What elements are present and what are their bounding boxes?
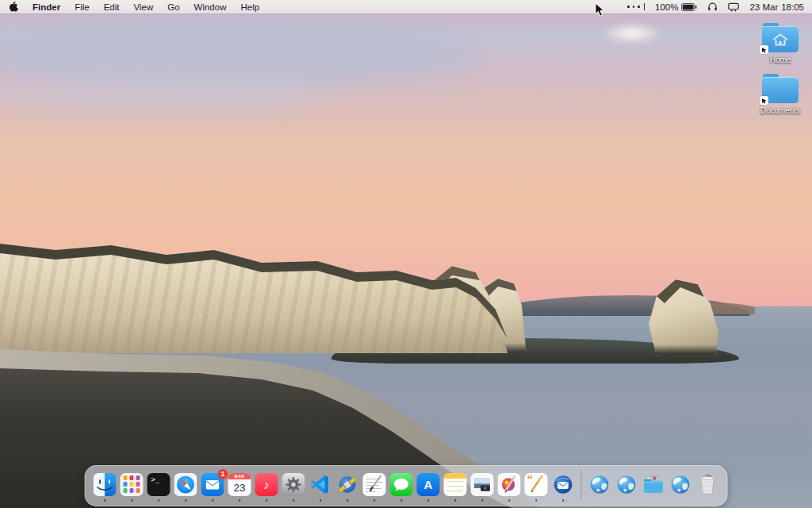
gear-icon (282, 473, 305, 496)
dock-item-writer-app[interactable]: “ (525, 473, 548, 496)
apple-menu-icon[interactable] (9, 1, 18, 13)
dock-item-mail[interactable]: 1 (201, 473, 224, 496)
finder-icon (94, 473, 117, 496)
dock-item-finder[interactable] (94, 473, 117, 496)
writer-quote-icon: “ (525, 473, 548, 496)
globe-icon (588, 473, 611, 496)
battery-icon (681, 3, 697, 11)
desktop-icon-label: Home (770, 56, 791, 64)
running-indicator (104, 499, 106, 502)
textedit-icon (363, 473, 386, 496)
desktop-icon-documents[interactable]: Documents (750, 73, 810, 115)
dock-item-textedit[interactable] (363, 473, 386, 496)
desktop-icon-label: Documents (760, 106, 801, 115)
launchpad-icon (121, 473, 144, 496)
running-indicator (427, 499, 430, 502)
battery-status[interactable]: 100% (655, 2, 697, 12)
dock-item-calendar[interactable]: MAR 23 (228, 473, 251, 496)
folder-icon (762, 26, 799, 52)
dock-item-vscode[interactable] (309, 473, 332, 496)
dock-divider (581, 470, 582, 498)
satellite-icon (336, 473, 359, 496)
dock-item-messages[interactable] (390, 473, 413, 496)
dock-item-system-preferences[interactable] (282, 473, 305, 496)
input-indicator-icon[interactable] (627, 3, 645, 10)
music-note-glyph: ♪ (263, 478, 270, 491)
dock-item-safari[interactable] (174, 473, 197, 496)
menu-item-help[interactable]: Help (240, 2, 259, 12)
vscode-icon (309, 473, 332, 496)
time-label: 18:05 (781, 2, 804, 12)
thunderbird-icon (552, 473, 575, 496)
menu-item-finder[interactable]: Finder (33, 2, 60, 12)
dock-item-web-link-3[interactable] (669, 473, 692, 496)
running-indicator (373, 499, 376, 502)
running-indicator (266, 499, 268, 502)
notes-icon (444, 473, 467, 496)
dock-item-app-store[interactable]: A (417, 473, 440, 496)
pen-icon (525, 473, 548, 496)
running-indicator (454, 499, 457, 502)
dock-item-music[interactable]: ♪ (255, 473, 278, 496)
dock-item-gps-satellite-app[interactable] (336, 473, 359, 496)
dock-item-documents-stack[interactable] (642, 473, 665, 496)
display-icon[interactable] (728, 2, 739, 12)
running-indicator (508, 499, 511, 502)
pen-icon (363, 473, 386, 496)
alias-arrow-icon (760, 45, 768, 54)
running-indicator (158, 499, 160, 502)
trash-full-icon (696, 473, 719, 496)
running-indicator (562, 499, 565, 502)
headphones-icon[interactable] (707, 2, 718, 12)
running-indicator (481, 499, 484, 502)
dock-item-image-capture[interactable] (471, 473, 494, 496)
menu-item-file[interactable]: File (75, 2, 90, 12)
menu-item-window[interactable]: Window (194, 2, 227, 12)
running-indicator (320, 499, 322, 502)
dock-item-paint-app[interactable] (498, 473, 521, 496)
music-icon: ♪ (255, 473, 278, 496)
running-indicator (347, 499, 349, 502)
alias-arrow-icon (760, 96, 768, 105)
running-indicator (185, 499, 187, 502)
menu-item-edit[interactable]: Edit (104, 2, 120, 12)
image-capture-icon (471, 473, 494, 496)
terminal-prompt: >_ (151, 475, 160, 483)
dock-item-trash[interactable] (696, 473, 719, 496)
globe-icon (615, 473, 638, 496)
running-indicator (239, 499, 241, 502)
running-indicator (131, 499, 133, 502)
desktop-icon-home[interactable]: Home (750, 22, 810, 64)
mail-badge: 1 (218, 469, 228, 479)
dock-item-web-link-2[interactable] (615, 473, 638, 496)
terminal-icon: >_ (147, 473, 170, 496)
menu-item-view[interactable]: View (134, 2, 154, 12)
full-folder-icon (642, 473, 665, 496)
safari-icon (174, 473, 197, 496)
dock-item-notes[interactable] (444, 473, 467, 496)
wallpaper-cloud (601, 22, 663, 44)
dock-item-launchpad[interactable] (121, 473, 144, 496)
running-indicator (212, 499, 214, 502)
dock-item-thunderbird[interactable] (552, 473, 575, 496)
messages-icon (390, 473, 413, 496)
dock-item-terminal[interactable]: >_ (147, 473, 170, 496)
app-store-a-glyph: A (424, 478, 433, 491)
menu-bar: Finder File Edit View Go Window Help 100… (0, 0, 812, 13)
calendar-month: MAR (228, 473, 251, 479)
running-indicator (535, 499, 538, 502)
menu-bar-clock[interactable]: 23 Mar 18:05 (749, 2, 804, 12)
desktop: Finder File Edit View Go Window Help 100… (0, 0, 812, 508)
folder-icon (762, 77, 799, 103)
dock-item-web-link-1[interactable] (588, 473, 611, 496)
running-indicator (400, 499, 403, 502)
running-indicator (293, 499, 295, 502)
globe-icon (669, 473, 692, 496)
wallpaper-cloud (0, 75, 325, 115)
calendar-icon: MAR 23 (228, 473, 251, 496)
date-label: 23 Mar (749, 2, 778, 12)
calendar-day: 23 (233, 479, 245, 496)
app-store-icon: A (417, 473, 440, 496)
paint-brush-icon (498, 473, 521, 496)
menu-item-go[interactable]: Go (167, 2, 179, 12)
